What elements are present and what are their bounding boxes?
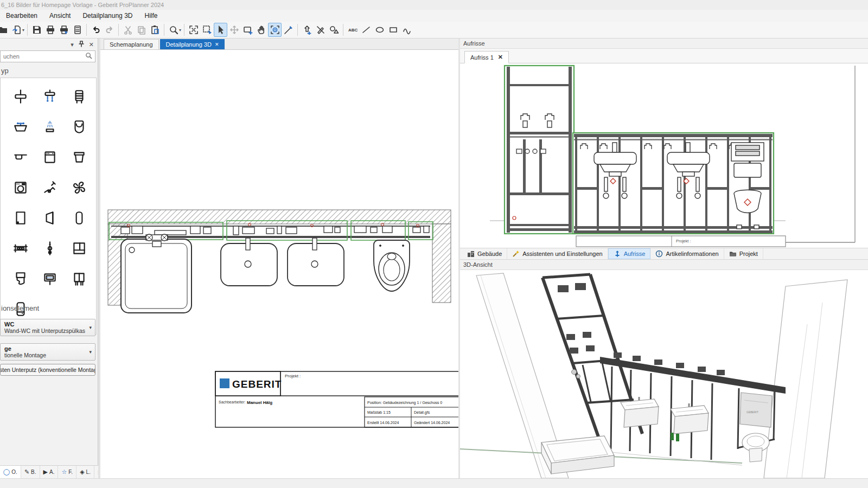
wc-type-select[interactable]: WC Wand-WC mit Unterputzspülkasten, Betä…	[0, 319, 95, 336]
tab-assistenten[interactable]: Assistenten und Einstellungen	[507, 248, 608, 259]
chevron-down-icon: ▾	[89, 325, 92, 330]
move-icon[interactable]	[227, 23, 241, 37]
montage-select-value: tionelle Montage	[4, 352, 85, 358]
mini-tab-b[interactable]: ✎B.	[21, 466, 40, 478]
search-input[interactable]	[1, 53, 85, 60]
canvas-tab-bar: Schemaplanung Detailplanung 3D✕	[100, 38, 458, 50]
close-tab-icon[interactable]: ✕	[215, 42, 219, 47]
cut-icon[interactable]	[121, 23, 135, 37]
menu-hilfe[interactable]: Hilfe	[138, 10, 163, 21]
import-document-icon[interactable]	[10, 23, 23, 37]
elevation-view[interactable]: Projekt :	[460, 63, 868, 248]
print-icon[interactable]	[43, 23, 57, 37]
svg-text:Sachbearbeiter:: Sachbearbeiter:	[219, 400, 245, 404]
draw-edit-icon[interactable]	[282, 23, 295, 37]
symbol-waste-container-icon[interactable]	[70, 148, 88, 166]
symbol-washing-machine-icon[interactable]	[11, 178, 30, 197]
montage-select[interactable]: ge tionelle Montage ▾	[0, 343, 95, 361]
toolbar-separator	[184, 24, 184, 36]
ellipse-icon[interactable]	[373, 23, 386, 37]
wc-select-title: WC	[4, 321, 85, 328]
tab-aufrisse[interactable]: Aufrisse	[608, 248, 651, 259]
redo-icon[interactable]	[103, 23, 116, 37]
plan-washbasin-2	[288, 238, 344, 286]
print-preview-icon[interactable]	[57, 23, 71, 37]
menu-detailplanung-3d[interactable]: Detailplanung 3D	[76, 10, 138, 21]
import-dropdown-caret[interactable]: ▾	[22, 28, 24, 33]
open-folder-icon[interactable]	[0, 23, 10, 37]
svg-text:Manuel Hälg: Manuel Hälg	[247, 400, 272, 405]
tab-gebaeude[interactable]: Gebäude	[462, 248, 507, 259]
symbol-dishwasher-icon[interactable]	[41, 148, 59, 166]
pin-icon[interactable]	[79, 41, 84, 48]
zoom-icon[interactable]	[167, 23, 180, 37]
magic-wand-icon	[512, 250, 520, 258]
tab-aufriss-1[interactable]: Aufriss 1 ✕	[464, 51, 509, 63]
measure-icon[interactable]	[268, 23, 282, 37]
polyline-icon[interactable]	[400, 23, 413, 37]
symbol-radiator-icon[interactable]	[70, 87, 88, 106]
calculator-icon[interactable]	[71, 23, 84, 37]
shower-tray-3d	[541, 436, 614, 474]
fit-view-icon[interactable]	[187, 23, 200, 37]
symbol-ventilator-icon[interactable]	[70, 178, 88, 197]
line-icon[interactable]	[359, 23, 373, 37]
elevation-wide-frame	[573, 133, 774, 234]
toolbar-separator	[343, 24, 343, 36]
text-abc-icon[interactable]: ABC	[346, 23, 359, 37]
symbol-cabinet-window-icon[interactable]	[70, 239, 88, 258]
symbol-cistern-module-icon[interactable]	[11, 269, 30, 288]
view3d-viewport[interactable]: GEBERIT	[460, 270, 868, 478]
mini-tab-o[interactable]: ◯O.	[0, 466, 21, 478]
menu-bearbeiten[interactable]: Bearbeiten	[0, 10, 43, 21]
toolbar-separator	[297, 24, 298, 36]
copy-icon[interactable]	[135, 23, 148, 37]
tab-schemaplanung[interactable]: Schemaplanung	[104, 39, 159, 49]
grab-hand-icon[interactable]	[254, 23, 268, 37]
paste-icon[interactable]	[148, 23, 162, 37]
shapes-icon[interactable]	[327, 23, 341, 37]
close-tab-icon[interactable]: ✕	[498, 54, 503, 61]
move-up-icon[interactable]	[300, 23, 314, 37]
symbol-tap-connection-icon[interactable]	[41, 178, 59, 197]
symbol-stop-valve-icon[interactable]	[11, 87, 30, 106]
plan-drawing[interactable]: GEBERIT Projekt : Sachbearbeiter: Manuel…	[100, 50, 458, 478]
sidebar-header: ▾ ✕	[0, 40, 98, 49]
zoom-area-icon[interactable]	[200, 23, 214, 37]
symbol-urinal-icon[interactable]	[41, 209, 59, 227]
symbol-control-display-icon[interactable]	[41, 269, 59, 288]
tab-artikelinformationen[interactable]: Artikelinformationen	[650, 248, 724, 259]
undo-icon[interactable]	[89, 23, 103, 37]
symbol-pipe-bracket-icon[interactable]	[11, 239, 30, 258]
save-icon[interactable]	[30, 23, 43, 37]
symbol-shower-spray-icon[interactable]	[41, 118, 59, 136]
symbol-valve-set-icon[interactable]	[41, 239, 59, 258]
rectangle-icon[interactable]	[386, 23, 400, 37]
tab-projekt[interactable]: Projekt	[724, 248, 763, 259]
symbol-bathtub-icon[interactable]	[11, 118, 30, 136]
tab-detailplanung-3d[interactable]: Detailplanung 3D✕	[160, 39, 225, 49]
room-walls	[476, 273, 847, 478]
folder-icon	[729, 250, 737, 258]
panel-dropdown-icon[interactable]: ▾	[71, 41, 74, 48]
select-pointer-icon[interactable]	[214, 23, 227, 37]
symbol-column-icon[interactable]	[70, 209, 88, 227]
symbol-partition-panel-icon[interactable]	[11, 209, 30, 227]
symbol-sink-icon[interactable]	[11, 148, 30, 166]
search-icon[interactable]	[85, 52, 95, 61]
play-icon: ▶	[43, 468, 48, 476]
no-freehand-icon[interactable]	[314, 23, 327, 37]
close-panel-icon[interactable]: ✕	[89, 41, 94, 48]
menu-bar: Bearbeiten Ansicht Detailplanung 3D Hilf…	[0, 10, 868, 22]
pen-icon: ✎	[24, 468, 29, 476]
zoom-dropdown-caret[interactable]: ▾	[179, 28, 181, 33]
symbol-shower-head-icon[interactable]	[41, 87, 59, 106]
variant-button[interactable]: kasten Unterputz (konventionelle Montage…	[0, 364, 95, 376]
mini-tab-f[interactable]: ☆F.	[58, 466, 76, 478]
mini-tab-l1[interactable]: ◈L.	[76, 466, 94, 478]
pan-view-icon[interactable]	[241, 23, 254, 37]
mini-tab-a[interactable]: ▶A.	[40, 466, 59, 478]
menu-ansicht[interactable]: Ansicht	[43, 10, 76, 21]
symbol-manifold-icon[interactable]	[70, 269, 88, 288]
symbol-wall-wc-icon[interactable]	[70, 118, 88, 136]
